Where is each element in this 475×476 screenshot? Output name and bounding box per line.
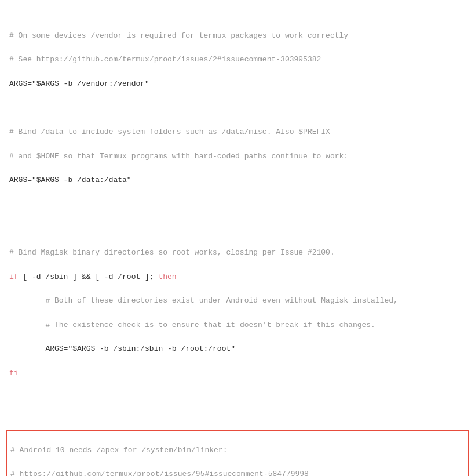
line-9	[9, 223, 466, 235]
comment: # Android 10 needs /apex for /system/bin…	[10, 446, 227, 455]
line-14: ARGS="$ARGS -b /sbin:/sbin -b /root:/roo…	[9, 343, 466, 355]
line-4	[9, 102, 466, 114]
line-1: # On some devices /vendor is required fo…	[9, 30, 466, 42]
keyword-then: then	[158, 272, 176, 281]
line-19: # https://github.com/termux/proot/issues…	[10, 468, 465, 476]
line-3: ARGS="$ARGS -b /vendor:/vendor"	[9, 78, 466, 90]
line-6: # and $HOME so that Termux programs with…	[9, 151, 466, 163]
keyword-if: if	[9, 272, 19, 281]
line-8	[9, 199, 466, 211]
comment: # and $HOME so that Termux programs with…	[9, 152, 348, 161]
comment: # Both of these directories exist under …	[45, 296, 398, 305]
line-11: if [ -d /sbin ] && [ -d /root ]; then	[9, 271, 466, 284]
comment: # The existence check is to ensure that …	[45, 321, 375, 329]
comment: # On some devices /vendor is required fo…	[9, 31, 348, 40]
comment: # See https://github.com/termux/proot/is…	[9, 55, 321, 64]
line-13: # The existence check is to ensure that …	[9, 319, 466, 332]
line-18: # Android 10 needs /apex for /system/bin…	[10, 445, 465, 457]
line-7: ARGS="$ARGS -b /data:/data"	[9, 175, 466, 187]
code-viewer: # On some devices /vendor is required fo…	[9, 6, 466, 476]
line-16	[9, 392, 466, 404]
line-12: # Both of these directories exist under …	[9, 295, 466, 307]
line-10: # Bind Magisk binary directories so root…	[9, 247, 466, 259]
comment: # https://github.com/termux/proot/issues…	[10, 470, 309, 476]
highlighted-block: # Android 10 needs /apex for /system/bin…	[6, 430, 469, 476]
comment: # Bind /data to include system folders s…	[9, 128, 330, 136]
comment: # Bind Magisk binary directories so root…	[9, 248, 335, 257]
line-15: fi	[9, 368, 466, 380]
keyword-fi: fi	[9, 369, 19, 377]
line-5: # Bind /data to include system folders s…	[9, 126, 466, 139]
line-2: # See https://github.com/termux/proot/is…	[9, 54, 466, 66]
